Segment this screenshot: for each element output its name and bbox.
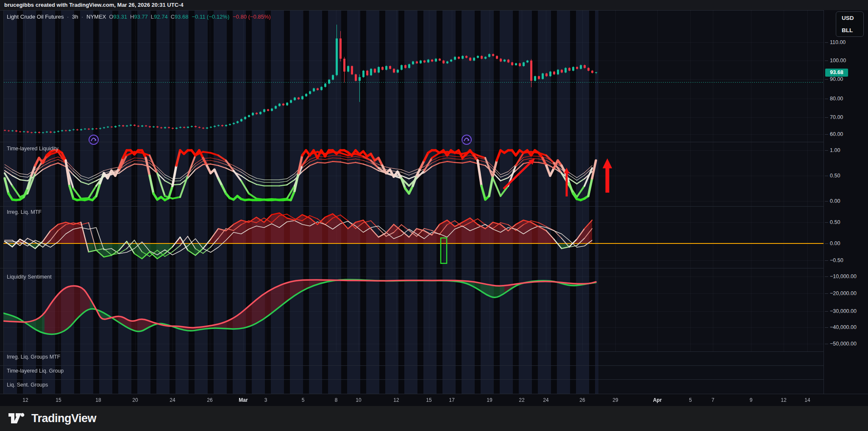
ohlc-high-value: 93.77 <box>134 14 148 20</box>
symbol-title[interactable]: Light Crude Oil Futures <box>7 14 64 20</box>
price-axis-tick: −30,000.00 <box>830 308 857 314</box>
price-axis-tick: −50,000.00 <box>830 341 857 347</box>
pane-title-irreg-liq-groups-mtf[interactable]: Irreg. Liq. Groups MTF <box>7 354 60 360</box>
price-axis-tick: 1.00 <box>830 147 840 153</box>
symbol-legend[interactable]: Light Crude Oil Futures · 3h · NYMEXO93.… <box>7 14 271 20</box>
price-axis-tick: 80.00 <box>830 96 843 102</box>
price-axis-tick: −10,000.00 <box>830 274 857 279</box>
tradingview-logo-icon <box>8 412 26 425</box>
pane-separator[interactable] <box>0 206 868 207</box>
time-axis-tick: 26 <box>207 397 212 403</box>
tradingview-brand-name: TradingView <box>31 412 96 425</box>
bar-change-value: −0.11 (−0.12%) <box>192 14 230 20</box>
price-axis-tick: 0.00 <box>830 240 840 246</box>
day-change-value: −0.80 (−0.85%) <box>233 14 271 20</box>
pane-title-time-layered-liquidity[interactable]: Time-layered Liquidity <box>7 146 58 152</box>
ohlc-close-value: 93.68 <box>175 14 189 20</box>
time-axis-tick: 24 <box>170 397 175 403</box>
price-axis-tick: 0.50 <box>830 219 840 225</box>
time-axis-tick: 20 <box>132 397 138 403</box>
time-axis-tick: 19 <box>487 397 492 403</box>
irreg-liq-mtf-pane-canvas[interactable] <box>3 206 823 268</box>
unit-selector[interactable]: USD BLL <box>836 11 864 37</box>
pane-title-liq-sent-groups[interactable]: Liq. Sent. Groups <box>7 382 48 388</box>
time-axis-tick: 10 <box>356 397 361 403</box>
time-axis-tick: 17 <box>449 397 454 403</box>
pane-separator[interactable] <box>0 365 868 366</box>
pane-title-liquidity-sentiment[interactable]: Liquidity Sentiment <box>7 274 52 280</box>
pane-separator[interactable] <box>0 379 868 380</box>
unit-button-bll[interactable]: BLL <box>836 24 863 36</box>
price-axis-tick: 90.00 <box>830 76 843 82</box>
time-axis-tick: 8 <box>335 397 338 403</box>
price-axis-tick: −40,000.00 <box>830 324 857 330</box>
price-axis-tick: 0.50 <box>830 173 840 179</box>
time-axis-tick: 22 <box>519 397 524 403</box>
price-axis[interactable]: 110.00100.0090.0080.0070.0060.001.000.50… <box>823 10 868 394</box>
price-axis-tick: 70.00 <box>830 114 843 120</box>
pane-title-irreg-liq-mtf[interactable]: Irreg. Liq. MTF <box>7 209 42 215</box>
time-axis-tick: 12 <box>393 397 399 403</box>
pane-title-time-layered-liq-group[interactable]: Time-layered Liq. Group <box>7 368 64 374</box>
chart-area[interactable]: Light Crude Oil Futures · 3h · NYMEXO93.… <box>0 10 868 406</box>
liquidity-sentiment-pane-canvas[interactable] <box>3 268 823 351</box>
tradingview-chart-page: brucegibbs created with TradingView.com,… <box>0 0 868 431</box>
ohlc-low-key: L <box>151 14 154 20</box>
last-price-badge: 93.68 <box>825 69 848 77</box>
currency-button-usd[interactable]: USD <box>836 12 863 24</box>
time-axis-tick: 12 <box>781 397 786 403</box>
ohlc-close-key: C <box>171 14 175 20</box>
time-axis-tick: 3 <box>264 397 267 403</box>
pane-separator[interactable] <box>0 268 868 268</box>
time-axis-tick: 9 <box>750 397 753 403</box>
time-axis-tick: 24 <box>543 397 548 403</box>
time-axis-tick: Mar <box>239 397 248 403</box>
ohlc-open-value: 93.31 <box>113 14 127 20</box>
exchange-label: NYMEX <box>86 14 106 20</box>
ohlc-open-key: O <box>109 14 113 20</box>
ohlc-high-key: H <box>130 14 134 20</box>
price-axis-tick: −0.50 <box>830 257 843 263</box>
price-axis-tick: 60.00 <box>830 131 843 137</box>
time-axis-tick: 15 <box>56 397 61 403</box>
last-price-dotted-line <box>4 82 823 83</box>
attribution-bar: brucegibbs created with TradingView.com,… <box>0 0 868 10</box>
time-axis-tick: 15 <box>426 397 431 403</box>
tradingview-brand[interactable]: TradingView <box>8 412 96 425</box>
pane-separator[interactable] <box>0 351 868 352</box>
time-axis-tick: 5 <box>689 397 692 403</box>
footer-bar: TradingView <box>0 406 868 431</box>
pane-separator[interactable] <box>0 142 868 142</box>
price-axis-tick: 110.00 <box>830 39 846 45</box>
time-axis-tick: 5 <box>302 397 305 403</box>
time-layered-liquidity-pane-canvas[interactable] <box>3 142 823 206</box>
attribution-text: brucegibbs created with TradingView.com,… <box>4 2 184 8</box>
price-axis-tick: −20,000.00 <box>830 290 857 296</box>
price-axis-tick: 100.00 <box>830 58 846 64</box>
time-axis[interactable]: 121518202426Mar358101215171922242629Apr5… <box>0 394 868 406</box>
time-axis-tick: Apr <box>653 397 662 403</box>
time-axis-tick: 14 <box>804 397 810 403</box>
price-axis-tick: 0.00 <box>830 198 840 204</box>
ohlc-low-value: 92.74 <box>154 14 168 20</box>
price-pane-canvas[interactable] <box>3 10 823 142</box>
time-axis-tick: 12 <box>22 397 28 403</box>
time-axis-tick: 18 <box>95 397 101 403</box>
time-axis-tick: 26 <box>579 397 585 403</box>
interval-label[interactable]: 3h <box>72 14 78 20</box>
time-axis-tick: 29 <box>612 397 618 403</box>
time-axis-tick: 7 <box>712 397 715 403</box>
